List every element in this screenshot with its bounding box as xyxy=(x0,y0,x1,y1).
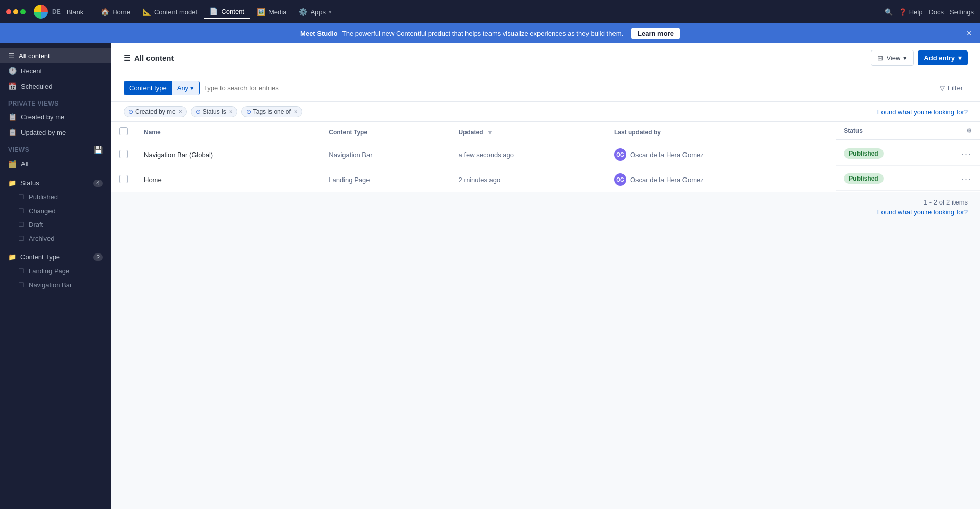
nav-item-apps[interactable]: ⚙️ Apps ▾ xyxy=(293,5,337,19)
view-icon: ⊞ xyxy=(877,54,883,62)
sidebar-content-type-group-header[interactable]: 📁 Content Type 2 xyxy=(0,249,111,264)
window-controls xyxy=(6,9,26,14)
table-body: Navigation Bar (Global) Navigation Bar a… xyxy=(111,142,980,192)
sidebar-item-created-by-me[interactable]: 📋 Created by me xyxy=(0,109,111,124)
workspace-name: Blank xyxy=(67,8,84,16)
sidebar-item-changed[interactable]: ☐ Changed xyxy=(0,204,111,218)
announcement-banner: Meet Studio The powerful new Contentful … xyxy=(0,23,980,43)
add-entry-button[interactable]: Add entry ▾ xyxy=(918,50,968,65)
close-window-button[interactable] xyxy=(6,9,11,14)
published-icon: ☐ xyxy=(18,193,24,201)
help-button[interactable]: ❓ Help xyxy=(899,8,923,16)
content-type-count-badge: 2 xyxy=(93,253,103,261)
save-view-icon[interactable]: 💾 xyxy=(94,146,103,154)
entry-last-updated-by-1: OG Oscar de la Hera Gomez xyxy=(614,173,827,186)
sidebar-top-section: ☰ All content 🕐 Recent 📅 Scheduled xyxy=(0,48,111,94)
nav-item-home[interactable]: 🏠 Home xyxy=(95,5,135,19)
filter-tag-tags-is-one-of[interactable]: ⊙ Tags is one of × xyxy=(241,106,302,117)
filter-bar-left: Content type Any ▾ xyxy=(124,81,935,95)
sidebar-content-type-sub-items: ☐ Landing Page ☐ Navigation Bar xyxy=(0,264,111,292)
views-label: Views xyxy=(8,146,29,154)
table-header-content-type: Content Type xyxy=(321,122,450,142)
recent-icon: 🕐 xyxy=(8,67,17,75)
active-filter-tags: ⊙ Created by me × ⊙ Status is × ⊙ Tags i… xyxy=(124,106,302,117)
table-header-updated[interactable]: Updated ▼ xyxy=(451,122,606,142)
maximize-window-button[interactable] xyxy=(20,9,26,14)
view-dropdown-icon: ▾ xyxy=(903,54,907,62)
contentful-logo[interactable] xyxy=(34,5,48,19)
entry-name-1[interactable]: Home xyxy=(144,176,162,184)
filter-tag-icon-0: ⊙ xyxy=(128,108,133,115)
sidebar-views-section: 🗂️ All xyxy=(0,156,111,171)
avatar-0: OG xyxy=(614,148,626,161)
apps-icon: ⚙️ xyxy=(299,8,307,16)
nav-items: 🏠 Home 📐 Content model 📄 Content 🖼️ Medi… xyxy=(95,4,337,19)
changed-icon: ☐ xyxy=(18,207,24,215)
pagination-info: 1 - 2 of 2 items xyxy=(924,198,968,206)
content-header: ☰ All content ⊞ View ▾ Add entry ▾ xyxy=(111,42,980,74)
sidebar-item-navigation-bar[interactable]: ☐ Navigation Bar xyxy=(0,278,111,292)
select-all-checkbox[interactable] xyxy=(119,127,128,135)
sidebar-item-scheduled[interactable]: 📅 Scheduled xyxy=(0,79,111,94)
sidebar-item-all-content[interactable]: ☰ All content xyxy=(0,48,111,63)
sidebar-item-updated-by-me[interactable]: 📋 Updated by me xyxy=(0,124,111,140)
settings-link[interactable]: Settings xyxy=(950,8,974,16)
entry-content-type-0: Navigation Bar xyxy=(329,151,372,159)
sidebar-item-draft[interactable]: ☐ Draft xyxy=(0,218,111,232)
minimize-window-button[interactable] xyxy=(13,9,18,14)
sidebar-item-published[interactable]: ☐ Published xyxy=(0,190,111,204)
sidebar-item-all[interactable]: 🗂️ All xyxy=(0,156,111,171)
sidebar-item-recent[interactable]: 🕐 Recent xyxy=(0,63,111,79)
nav-item-media[interactable]: 🖼️ Media xyxy=(252,5,291,19)
sidebar-status-sub-items: ☐ Published ☐ Changed ☐ Draft ☐ Archived xyxy=(0,190,111,245)
content-type-filter[interactable]: Content type Any ▾ xyxy=(124,81,200,95)
filter-button[interactable]: ▽ Filter xyxy=(935,81,968,95)
help-icon: ❓ xyxy=(899,8,907,16)
search-button[interactable]: 🔍 xyxy=(885,8,893,16)
remove-filter-tag-1[interactable]: × xyxy=(229,108,233,115)
sidebar-content-type-group: 📁 Content Type 2 ☐ Landing Page ☐ Naviga… xyxy=(0,249,111,292)
entry-name-0[interactable]: Navigation Bar (Global) xyxy=(144,151,213,159)
sidebar: ☰ All content 🕐 Recent 📅 Scheduled Priva… xyxy=(0,42,111,509)
announcement-brand: Meet Studio xyxy=(300,30,338,37)
main-layout: ☰ All content 🕐 Recent 📅 Scheduled Priva… xyxy=(0,42,980,509)
content-title-icon: ☰ xyxy=(124,54,130,63)
close-announcement-button[interactable]: × xyxy=(966,28,972,39)
entry-last-updated-by-0: OG Oscar de la Hera Gomez xyxy=(614,148,827,161)
content-type-value[interactable]: Any ▾ xyxy=(172,81,199,95)
view-button[interactable]: ⊞ View ▾ xyxy=(871,50,914,66)
navigation-bar-icon: ☐ xyxy=(18,281,24,289)
search-input[interactable] xyxy=(204,81,935,95)
archived-icon: ☐ xyxy=(18,235,24,242)
docs-link[interactable]: Docs xyxy=(928,8,944,16)
nav-item-content-model[interactable]: 📐 Content model xyxy=(137,5,203,19)
sidebar-status-group-header[interactable]: 📁 Status 4 xyxy=(0,175,111,190)
column-settings-icon[interactable]: ⚙ xyxy=(966,127,972,134)
filter-icon: ▽ xyxy=(940,84,945,92)
nav-item-content[interactable]: 📄 Content xyxy=(204,4,250,19)
remove-filter-tag-0[interactable]: × xyxy=(179,108,182,115)
found-link-top[interactable]: Found what you're looking for? xyxy=(877,108,968,116)
content-table: Name Content Type Updated ▼ Last xyxy=(111,122,980,192)
status-count-badge: 4 xyxy=(93,180,103,187)
remove-filter-tag-2[interactable]: × xyxy=(294,108,298,115)
updated-by-me-icon: 📋 xyxy=(8,128,17,136)
row-actions-0[interactable]: ··· xyxy=(961,148,972,159)
row-actions-1[interactable]: ··· xyxy=(961,173,972,184)
sidebar-item-archived[interactable]: ☐ Archived xyxy=(0,232,111,245)
found-link-bottom[interactable]: Found what you're looking for? xyxy=(877,208,968,216)
sidebar-item-landing-page[interactable]: ☐ Landing Page xyxy=(0,264,111,278)
learn-more-button[interactable]: Learn more xyxy=(631,28,680,39)
filter-tag-created-by-me[interactable]: ⊙ Created by me × xyxy=(124,106,187,117)
row-checkbox-0[interactable] xyxy=(119,150,128,158)
home-icon: 🏠 xyxy=(101,8,109,16)
add-entry-dropdown-icon: ▾ xyxy=(958,54,962,62)
locale-indicator: DE xyxy=(52,8,61,15)
entry-updated-1: 2 minutes ago xyxy=(459,176,501,184)
row-checkbox-1[interactable] xyxy=(119,175,128,183)
avatar-1: OG xyxy=(614,173,626,186)
table-row: Home Landing Page 2 minutes ago OG Oscar… xyxy=(111,167,980,192)
sidebar-status-group: 📁 Status 4 ☐ Published ☐ Changed ☐ Draft xyxy=(0,175,111,245)
status-badge-0: Published xyxy=(844,148,883,159)
filter-tag-status-is[interactable]: ⊙ Status is × xyxy=(191,106,237,117)
